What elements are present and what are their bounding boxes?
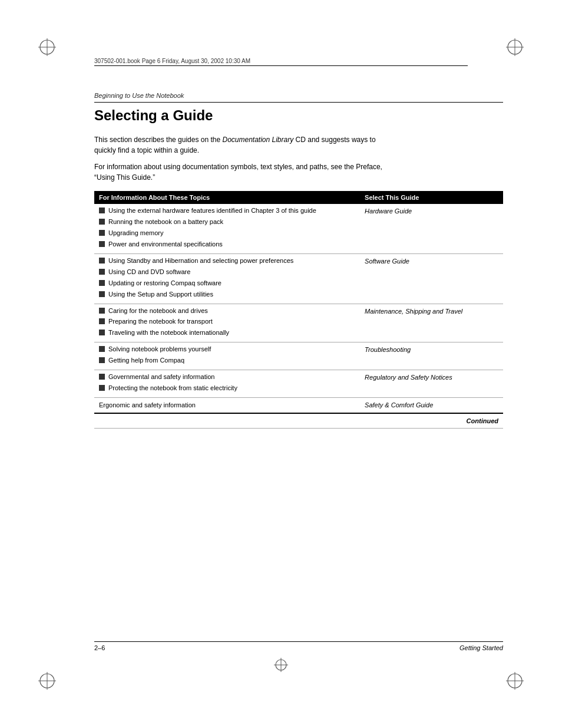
guide-name-cell: Regulatory and Safety Notices xyxy=(360,370,503,398)
topic-text: Running the notebook on a battery pack xyxy=(108,218,223,227)
file-info-text: 307502-001.book Page 6 Friday, August 30… xyxy=(94,58,250,64)
topic-text: Getting help from Compaq xyxy=(108,356,184,365)
bullet-icon xyxy=(99,291,105,297)
topic-text: Using CD and DVD software xyxy=(108,268,190,277)
list-item: Using Standby and Hibernation and select… xyxy=(99,256,355,266)
guide-name-cell: Troubleshooting xyxy=(360,342,503,370)
list-item: Preparing the notebook for transport xyxy=(99,317,355,327)
topic-text: Solving notebook problems yourself xyxy=(108,345,211,354)
bullet-icon xyxy=(99,374,105,380)
bullet-icon xyxy=(99,269,105,275)
corner-mark-br xyxy=(503,669,527,693)
list-item: Using the Setup and Support utilities xyxy=(99,290,355,299)
main-content: Selecting a Guide This section describes… xyxy=(94,101,503,429)
list-item: Getting help from Compaq xyxy=(99,356,355,365)
bullet-icon xyxy=(99,346,105,352)
list-item: Running the notebook on a battery pack xyxy=(99,218,355,227)
corner-mark-tr xyxy=(503,35,527,59)
list-item: Protecting the notebook from static elec… xyxy=(99,384,355,393)
topic-text: Caring for the notebook and drives xyxy=(108,307,208,316)
list-item: Traveling with the notebook internationa… xyxy=(99,328,355,338)
col1-header: For Information About These Topics xyxy=(94,191,360,204)
topics-cell: Governmental and safety informationProte… xyxy=(94,370,360,398)
bullet-icon xyxy=(99,207,105,213)
page-container: 307502-001.book Page 6 Friday, August 30… xyxy=(0,0,562,728)
table-row: Ergonomic and safety informationSafety &… xyxy=(94,398,503,413)
bullet-icon xyxy=(99,241,105,247)
table-row: Caring for the notebook and drivesPrepar… xyxy=(94,304,503,342)
list-item: Upgrading memory xyxy=(99,229,355,238)
list-item: Using the external hardware features ide… xyxy=(99,206,355,216)
table-header-row: For Information About These Topics Selec… xyxy=(94,191,503,204)
bullet-icon xyxy=(99,318,105,324)
topics-cell: Solving notebook problems yourselfGettin… xyxy=(94,342,360,370)
guide-name-cell: Maintenance, Shipping and Travel xyxy=(360,304,503,342)
list-item: Power and environmental specifications xyxy=(99,240,355,249)
list-item: Updating or restoring Compaq software xyxy=(99,279,355,288)
topic-text: Traveling with the notebook internationa… xyxy=(108,328,229,338)
section-header-text: Beginning to Use the Notebook xyxy=(94,92,184,99)
footer-title: Getting Started xyxy=(459,644,503,651)
table-row: Solving notebook problems yourselfGettin… xyxy=(94,342,503,370)
guide-name-cell: Safety & Comfort Guide xyxy=(360,398,503,413)
topic-text: Preparing the notebook for transport xyxy=(108,317,213,327)
topic-text: Using Standby and Hibernation and select… xyxy=(108,256,293,266)
topic-text: Protecting the notebook from static elec… xyxy=(108,384,237,393)
continued-label: Continued xyxy=(94,413,503,429)
guide-table: For Information About These Topics Selec… xyxy=(94,191,503,429)
list-item: Solving notebook problems yourself xyxy=(99,345,355,354)
col2-header: Select This Guide xyxy=(360,191,503,204)
section-header: Beginning to Use the Notebook xyxy=(94,90,503,103)
topic-text: Using the Setup and Support utilities xyxy=(108,290,213,299)
corner-mark-tl xyxy=(35,35,59,59)
bottom-footer: 2–6 Getting Started xyxy=(94,641,503,651)
bottom-center-mark xyxy=(272,656,290,676)
topic-text: Power and environmental specifications xyxy=(108,240,223,249)
table-row: Using Standby and Hibernation and select… xyxy=(94,253,503,304)
topic-text: Governmental and safety information xyxy=(108,373,214,382)
bullet-icon xyxy=(99,330,105,335)
topics-cell: Using Standby and Hibernation and select… xyxy=(94,253,360,304)
italic-text: Documentation Library xyxy=(222,136,293,144)
table-row: Governmental and safety informationProte… xyxy=(94,370,503,398)
guide-name-cell: Software Guide xyxy=(360,253,503,304)
topics-cell: Using the external hardware features ide… xyxy=(94,204,360,253)
topic-text: Using the external hardware features ide… xyxy=(108,206,316,216)
list-item: Caring for the notebook and drives xyxy=(99,307,355,316)
guide-name-cell: Hardware Guide xyxy=(360,204,503,253)
bullet-icon xyxy=(99,357,105,363)
intro-paragraph-2: For information about using documentatio… xyxy=(94,162,383,183)
bullet-icon xyxy=(99,280,105,286)
page-heading: Selecting a Guide xyxy=(94,107,503,124)
topics-cell: Caring for the notebook and drivesPrepar… xyxy=(94,304,360,342)
footer-page-number: 2–6 xyxy=(94,644,105,651)
bullet-icon xyxy=(99,219,105,225)
list-item: Using CD and DVD software xyxy=(99,268,355,277)
topics-cell: Ergonomic and safety information xyxy=(94,398,360,413)
table-row: Using the external hardware features ide… xyxy=(94,204,503,253)
topic-text: Upgrading memory xyxy=(108,229,164,238)
bullet-icon xyxy=(99,258,105,263)
list-item: Governmental and safety information xyxy=(99,373,355,382)
bullet-icon xyxy=(99,308,105,314)
topic-text: Updating or restoring Compaq software xyxy=(108,279,222,288)
bullet-icon xyxy=(99,230,105,236)
corner-mark-bl xyxy=(35,669,59,693)
bullet-icon xyxy=(99,385,105,391)
intro-paragraph-1: This section describes the guides on the… xyxy=(94,134,383,156)
continued-row: Continued xyxy=(94,413,503,429)
file-info-bar: 307502-001.book Page 6 Friday, August 30… xyxy=(94,58,468,66)
